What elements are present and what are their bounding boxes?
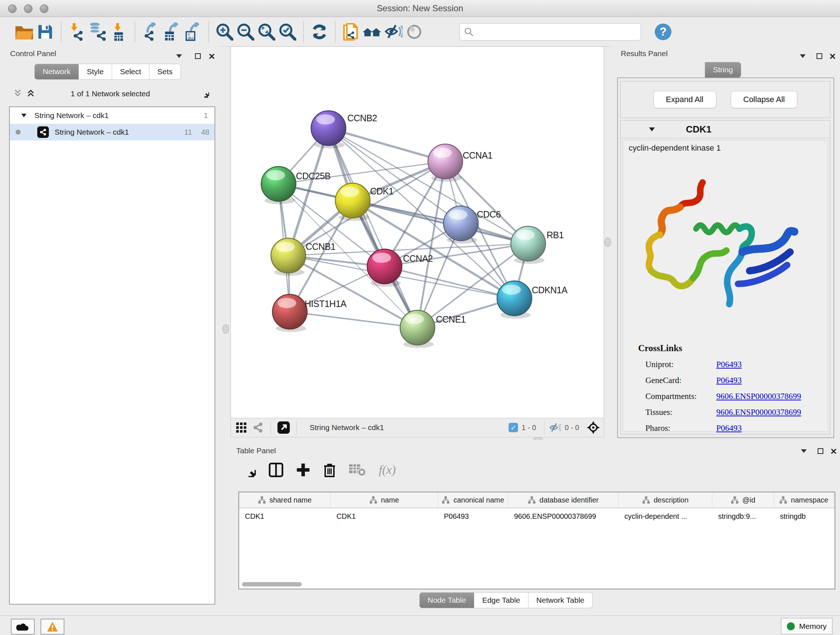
node-details-header[interactable]: CDK1 <box>621 120 830 138</box>
zoom-fit-button[interactable] <box>256 21 277 42</box>
right-splitter-handle[interactable] <box>605 238 611 247</box>
help-button[interactable]: ? <box>655 24 671 40</box>
column-header-name[interactable]: name <box>331 492 438 508</box>
network-tree: String Network – cdk1 1 String Network –… <box>9 106 215 605</box>
network-collection-row[interactable]: String Network – cdk1 1 <box>10 107 215 124</box>
collapse-all-button[interactable]: Collapse All <box>731 91 798 108</box>
results-panel-title: Results Panel <box>621 49 668 58</box>
node-HIST1H1A[interactable]: HIST1H1A <box>272 295 347 332</box>
search-field[interactable] <box>459 23 641 41</box>
crosslinks-section: CrossLinks Uniprot:P06493GeneCard:P06493… <box>623 343 828 433</box>
import-network-button[interactable] <box>66 21 88 42</box>
protein-structure-image <box>634 162 815 336</box>
column-header-description[interactable]: description <box>619 492 712 508</box>
tab-sets[interactable]: Sets <box>149 64 181 80</box>
export-image-button[interactable] <box>182 21 203 42</box>
column-header-canonical-name[interactable]: canonical name <box>438 492 508 508</box>
collection-count: 1 <box>204 111 208 120</box>
node-label-CCNB2: CCNB2 <box>347 113 377 123</box>
export-network-button[interactable] <box>141 21 161 42</box>
network-view-canvas[interactable]: CCNB2CCNA1CDC25BCDK1CDC6RB1CCNB1CCNA2CDK… <box>231 46 604 418</box>
close-panel-icon[interactable] <box>828 51 837 61</box>
column-header-shared-name[interactable]: shared name <box>239 492 331 508</box>
warnings-button[interactable] <box>41 619 65 635</box>
table-cell[interactable]: CDK1 <box>239 508 331 524</box>
tab-network-table[interactable]: Network Table <box>529 592 593 608</box>
panel-menu-icon[interactable] <box>798 51 807 61</box>
column-header-@id[interactable]: @id <box>712 492 774 508</box>
tab-select[interactable]: Select <box>112 64 149 80</box>
expand-all-button[interactable]: Expand All <box>653 91 716 108</box>
float-panel-icon[interactable] <box>815 51 824 61</box>
close-panel-icon[interactable] <box>829 447 838 456</box>
import-network-from-database-button[interactable] <box>88 21 109 42</box>
apply-layout-button[interactable] <box>309 21 330 42</box>
birdseye-grid-icon[interactable] <box>233 419 249 436</box>
table-cell[interactable]: cyclin-dependent ... <box>619 508 712 524</box>
close-panel-icon[interactable] <box>207 51 216 61</box>
table-cell[interactable]: stringdb <box>774 508 834 524</box>
attribute-tree-icon <box>528 496 536 504</box>
node-CDK1[interactable]: CDK1 <box>335 183 393 221</box>
node-CDC6[interactable]: CDC6 <box>444 206 501 244</box>
crosshair-icon[interactable] <box>584 419 602 436</box>
node-label-CDK1: CDK1 <box>370 186 393 196</box>
table-cell[interactable]: stringdb:9... <box>712 508 774 524</box>
table-cell[interactable]: CDK1 <box>331 508 438 524</box>
crosslink-link[interactable]: P06493 <box>716 360 742 369</box>
zoom-selected-button[interactable] <box>277 21 298 42</box>
tab-network[interactable]: Network <box>34 64 79 80</box>
table-settings-gear-icon[interactable] <box>241 463 256 477</box>
table-cell[interactable]: 9606.ENSP00000378699 <box>508 508 619 524</box>
edge-CDK1-RB1[interactable] <box>353 201 528 244</box>
node-RB1[interactable]: RB1 <box>511 226 564 264</box>
search-input[interactable] <box>477 27 641 36</box>
tab-string[interactable]: String <box>705 62 741 78</box>
float-panel-icon[interactable] <box>193 51 202 61</box>
import-table-button[interactable] <box>109 21 129 42</box>
table-cell[interactable]: P06493 <box>438 508 508 524</box>
tab-node-table[interactable]: Node Table <box>419 592 474 608</box>
options-gear-icon[interactable] <box>200 88 209 97</box>
detach-view-icon[interactable] <box>275 419 292 436</box>
separator <box>296 420 297 435</box>
tab-style[interactable]: Style <box>79 64 112 80</box>
add-column-icon[interactable] <box>296 463 310 477</box>
crosslink-link[interactable]: 9606.ENSP00000378699 <box>716 408 801 417</box>
zoom-out-button[interactable] <box>235 21 256 42</box>
save-session-button[interactable] <box>35 21 56 42</box>
string-document-button[interactable] <box>341 21 362 42</box>
column-header-database-identifier[interactable]: database identifier <box>508 492 619 508</box>
cloud-button[interactable] <box>11 619 35 635</box>
table-row[interactable]: CDK1CDK1P064939606.ENSP00000378699cyclin… <box>239 508 835 524</box>
node-CDKN1A[interactable]: CDKN1A <box>497 281 568 318</box>
horizontal-scrollbar[interactable] <box>242 582 302 586</box>
export-table-button[interactable] <box>161 21 182 42</box>
column-header-namespace[interactable]: namespace <box>774 492 834 508</box>
crosslink-link[interactable]: P06493 <box>716 424 742 433</box>
share-view-icon[interactable] <box>249 419 266 436</box>
node-CDC25B[interactable]: CDC25B <box>261 166 331 204</box>
delete-column-icon[interactable] <box>323 462 336 478</box>
selected-checkbox-icon[interactable]: ✓ <box>508 423 518 432</box>
edge-HIST1H1A-CCNE1[interactable] <box>290 312 417 328</box>
crosslink-link[interactable]: P06493 <box>716 376 742 385</box>
memory-button[interactable]: Memory <box>781 618 832 634</box>
panel-menu-icon[interactable] <box>174 51 184 61</box>
float-panel-icon[interactable] <box>816 447 825 456</box>
show-columns-icon[interactable] <box>269 463 283 477</box>
houses-button[interactable] <box>362 21 383 42</box>
edge-CCNB2-CCNE1[interactable] <box>328 128 417 328</box>
network-row-selected[interactable]: String Network – cdk1 11 48 <box>10 124 215 141</box>
panel-menu-icon[interactable] <box>799 447 808 456</box>
sphere-button[interactable] <box>404 21 425 42</box>
attribute-tree-icon <box>731 496 739 504</box>
expand-collection-icon[interactable] <box>21 114 27 117</box>
open-session-button[interactable] <box>14 21 35 42</box>
tab-edge-table[interactable]: Edge Table <box>474 592 529 608</box>
crosslink-link[interactable]: 9606.ENSP00000378699 <box>716 392 801 401</box>
left-splitter-handle[interactable] <box>223 325 229 334</box>
collapse-entry-icon[interactable] <box>649 127 655 131</box>
hide-unhide-button[interactable] <box>383 21 404 42</box>
zoom-in-button[interactable] <box>214 21 235 42</box>
